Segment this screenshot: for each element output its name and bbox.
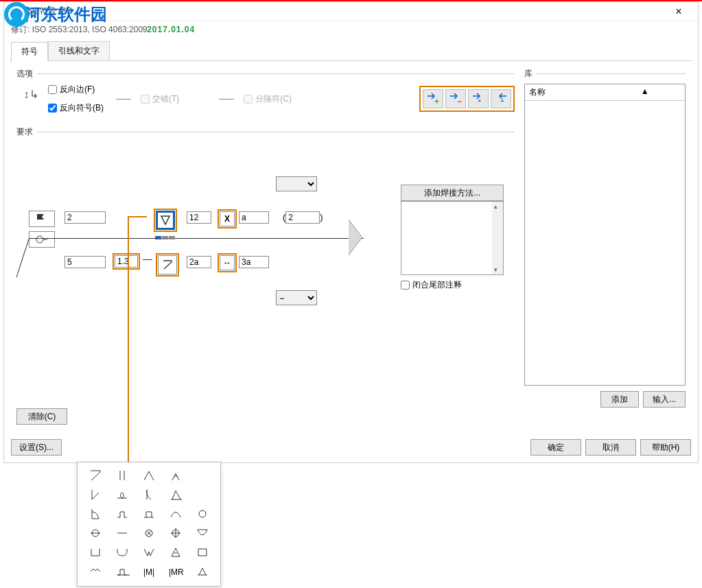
top-group-input[interactable] [285,211,320,224]
help-button[interactable]: 帮助(H) [640,439,691,456]
top-multiplier-button[interactable]: X [220,211,235,226]
cancel-button[interactable]: 取消 [585,439,636,456]
palette-sym[interactable] [82,486,108,505]
swap-sides-button[interactable] [343,213,368,261]
separator-checkbox: 分隔符(C) [244,93,292,105]
palette-sym[interactable] [163,543,189,563]
library-list[interactable]: 名称▲ [524,84,686,386]
window-title: 焊接符号 ISO [10,5,665,17]
top-size-input[interactable] [187,211,211,224]
bottom-pitch-input[interactable] [239,256,269,268]
palette-sym[interactable] [163,467,189,486]
svg-text:−: − [457,97,462,106]
reverse-side-checkbox[interactable]: 反向边(F) [48,84,104,95]
options-section: 选项 [16,68,515,80]
palette-sym[interactable] [108,486,135,505]
lib-add-icon[interactable]: + [423,89,443,108]
palette-sym[interactable] [108,524,135,543]
bottom-symbol-button[interactable] [156,253,179,277]
top-symbol-button[interactable] [154,209,177,232]
requirements-section: 要求 [16,126,515,138]
close-tail-checkbox[interactable]: 闭合尾部注释 [401,279,504,291]
bottom-spacing-button[interactable]: ↔ [220,255,235,270]
palette-sym[interactable] [163,486,189,505]
close-icon[interactable]: × [665,5,692,18]
revision-label: 修订: ISO 2553:2013, ISO 4063:2009 2017.01… [4,21,698,38]
settings-button[interactable]: 设置(S)... [11,439,62,456]
palette-sym[interactable]: |M| [135,563,162,582]
welding-symbol-dialog: 河东软件园 焊接符号 ISO × 修订: ISO 2553:2013, ISO … [3,1,699,463]
clear-button[interactable]: 清除(C) [16,408,67,425]
finish-top-select[interactable] [276,176,317,191]
library-import-button[interactable]: 输入... [643,391,686,408]
flip-icon: ↕↳ [21,84,41,104]
palette-sym[interactable] [163,524,189,543]
callout-line [128,216,129,477]
top-pitch-input[interactable] [239,211,269,224]
ok-button[interactable]: 确定 [530,439,581,456]
watermark-date: 2017.01.04 [147,25,195,34]
palette-sym[interactable] [189,524,216,543]
weld-method-listbox[interactable] [401,201,504,275]
palette-sym[interactable] [108,543,135,563]
palette-sym[interactable] [108,505,135,524]
svg-text:|M|: |M| [143,567,154,577]
library-add-button[interactable]: 添加 [600,391,639,408]
stagger-preview-icon [116,99,131,99]
palette-sym[interactable] [82,563,108,582]
palette-sym[interactable] [135,524,162,543]
library-section: 库 [524,68,686,80]
palette-sym[interactable] [135,543,162,563]
tab-leader-text[interactable]: 引线和文字 [48,41,110,60]
lib-update-icon[interactable] [468,89,489,108]
separator-preview-icon [219,99,234,99]
finish-bottom-select[interactable]: ⌣ [276,290,317,305]
library-name-header[interactable]: 名称 [525,84,605,100]
leader-line [29,238,49,279]
tab-symbol[interactable]: 符号 [11,42,48,61]
titlebar: 焊接符号 ISO × [4,2,698,21]
svg-text:+: + [434,97,439,106]
palette-sym[interactable] [135,505,162,524]
palette-sym[interactable] [189,543,216,563]
lib-remove-icon[interactable]: − [445,89,466,108]
palette-sym[interactable] [82,467,108,486]
symbol-palette: |M| |MR| [77,462,221,587]
bottom-size-input[interactable] [187,256,211,268]
reference-line [29,238,364,239]
palette-sym[interactable] [108,563,135,582]
sort-icon[interactable]: ▲ [605,84,686,100]
top-prefix-input[interactable] [65,211,106,224]
palette-sym[interactable] [163,505,189,524]
svg-text:|MR|: |MR| [169,567,183,577]
svg-point-3 [199,510,206,517]
contour-indicator [155,232,181,236]
palette-sym[interactable] [108,467,135,486]
palette-sym[interactable] [82,543,108,563]
library-quick-buttons: + − [419,86,515,112]
stagger-checkbox: 交错(T) [141,93,179,105]
palette-sym[interactable]: |MR| [163,563,189,582]
palette-sym[interactable] [189,505,216,524]
palette-sym[interactable] [82,505,108,524]
lib-apply-icon[interactable] [491,89,511,108]
palette-sym[interactable] [82,524,108,543]
add-weld-method-button[interactable]: 添加焊接方法... [401,185,504,201]
reverse-symbol-checkbox[interactable]: 反向符号(B) [48,102,104,114]
palette-sym[interactable] [189,563,216,582]
bottom-depth-input[interactable] [115,255,138,268]
bottom-prefix-input[interactable] [65,256,106,268]
palette-sym[interactable] [135,467,162,486]
field-flag-button[interactable] [29,211,55,227]
palette-sym[interactable] [135,486,162,505]
